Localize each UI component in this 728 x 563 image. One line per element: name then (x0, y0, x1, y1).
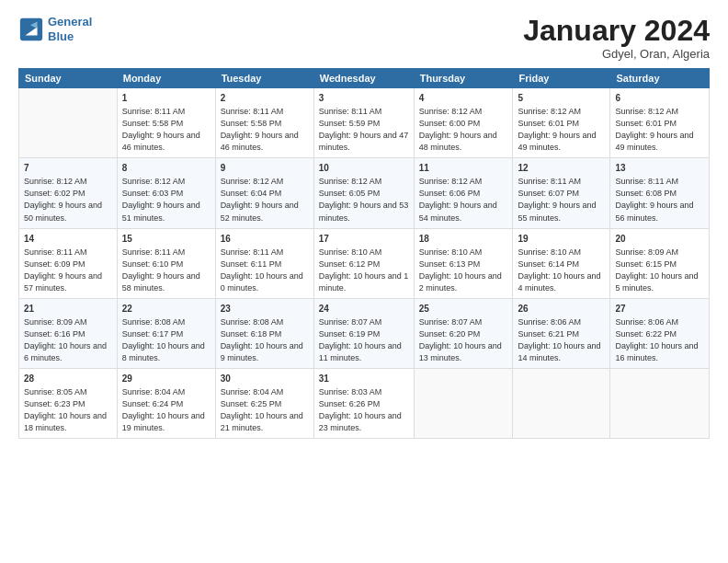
day-number: 3 (319, 92, 409, 105)
day-info: Sunrise: 8:08 AMSunset: 6:18 PMDaylight:… (221, 316, 309, 364)
svg-rect-0 (20, 17, 42, 40)
day-info: Sunrise: 8:12 AMSunset: 6:04 PMDaylight:… (221, 176, 309, 224)
day-number: 1 (122, 92, 210, 105)
day-info: Sunrise: 8:11 AMSunset: 6:07 PMDaylight:… (518, 176, 605, 224)
day-info: Sunrise: 8:12 AMSunset: 6:01 PMDaylight:… (518, 106, 605, 154)
table-row: 29Sunrise: 8:04 AMSunset: 6:24 PMDayligh… (117, 368, 215, 438)
day-number: 25 (419, 303, 508, 316)
calendar-week-row: 7Sunrise: 8:12 AMSunset: 6:02 PMDaylight… (19, 158, 710, 228)
day-number: 12 (518, 162, 605, 175)
day-number: 9 (221, 162, 309, 175)
day-number: 6 (615, 92, 704, 105)
table-row: 27Sunrise: 8:06 AMSunset: 6:22 PMDayligh… (610, 298, 710, 368)
page: General Blue January 2024 Gdyel, Oran, A… (0, 0, 728, 563)
day-number: 21 (24, 303, 112, 316)
header-row: Sunday Monday Tuesday Wednesday Thursday… (19, 69, 710, 88)
calendar-week-row: 14Sunrise: 8:11 AMSunset: 6:09 PMDayligh… (19, 228, 710, 298)
table-row (19, 88, 118, 158)
table-row: 11Sunrise: 8:12 AMSunset: 6:06 PMDayligh… (414, 158, 513, 228)
day-info: Sunrise: 8:11 AMSunset: 6:08 PMDaylight:… (615, 176, 704, 224)
table-row: 30Sunrise: 8:04 AMSunset: 6:25 PMDayligh… (215, 368, 313, 438)
table-row: 6Sunrise: 8:12 AMSunset: 6:01 PMDaylight… (610, 88, 710, 158)
table-row (414, 368, 513, 438)
table-row: 7Sunrise: 8:12 AMSunset: 6:02 PMDaylight… (19, 158, 118, 228)
table-row: 18Sunrise: 8:10 AMSunset: 6:13 PMDayligh… (414, 228, 513, 298)
day-info: Sunrise: 8:11 AMSunset: 5:58 PMDaylight:… (221, 106, 309, 154)
table-row: 28Sunrise: 8:05 AMSunset: 6:23 PMDayligh… (19, 368, 118, 438)
day-number: 24 (319, 303, 409, 316)
day-info: Sunrise: 8:11 AMSunset: 6:11 PMDaylight:… (221, 247, 309, 294)
table-row: 19Sunrise: 8:10 AMSunset: 6:14 PMDayligh… (513, 228, 610, 298)
table-row: 14Sunrise: 8:11 AMSunset: 6:09 PMDayligh… (19, 228, 118, 298)
day-info: Sunrise: 8:12 AMSunset: 6:03 PMDaylight:… (122, 176, 210, 224)
day-info: Sunrise: 8:10 AMSunset: 6:14 PMDaylight:… (518, 247, 605, 294)
day-number: 18 (419, 233, 508, 246)
day-info: Sunrise: 8:12 AMSunset: 6:02 PMDaylight:… (24, 176, 112, 224)
month-title: January 2024 (523, 15, 710, 47)
col-wednesday: Wednesday (313, 69, 414, 88)
day-info: Sunrise: 8:04 AMSunset: 6:25 PMDaylight:… (221, 386, 309, 434)
day-number: 20 (615, 233, 704, 246)
table-row: 23Sunrise: 8:08 AMSunset: 6:18 PMDayligh… (215, 298, 313, 368)
day-info: Sunrise: 8:12 AMSunset: 6:00 PMDaylight:… (419, 106, 508, 154)
day-info: Sunrise: 8:04 AMSunset: 6:24 PMDaylight:… (122, 386, 210, 434)
day-number: 22 (122, 303, 210, 316)
table-row: 25Sunrise: 8:07 AMSunset: 6:20 PMDayligh… (414, 298, 513, 368)
day-number: 14 (24, 233, 112, 246)
table-row: 16Sunrise: 8:11 AMSunset: 6:11 PMDayligh… (215, 228, 313, 298)
table-row: 26Sunrise: 8:06 AMSunset: 6:21 PMDayligh… (513, 298, 610, 368)
day-info: Sunrise: 8:05 AMSunset: 6:23 PMDaylight:… (24, 386, 112, 434)
logo-icon (18, 17, 44, 42)
title-area: January 2024 Gdyel, Oran, Algeria (523, 15, 710, 61)
day-info: Sunrise: 8:07 AMSunset: 6:20 PMDaylight:… (419, 316, 508, 364)
day-info: Sunrise: 8:12 AMSunset: 6:06 PMDaylight:… (419, 176, 508, 224)
day-info: Sunrise: 8:11 AMSunset: 5:58 PMDaylight:… (122, 106, 210, 154)
table-row: 2Sunrise: 8:11 AMSunset: 5:58 PMDaylight… (215, 88, 313, 158)
col-monday: Monday (117, 69, 215, 88)
table-row: 24Sunrise: 8:07 AMSunset: 6:19 PMDayligh… (313, 298, 414, 368)
day-number: 2 (221, 92, 309, 105)
calendar-week-row: 28Sunrise: 8:05 AMSunset: 6:23 PMDayligh… (19, 368, 710, 438)
table-row: 12Sunrise: 8:11 AMSunset: 6:07 PMDayligh… (513, 158, 610, 228)
day-number: 10 (319, 162, 409, 175)
table-row: 1Sunrise: 8:11 AMSunset: 5:58 PMDaylight… (117, 88, 215, 158)
day-number: 23 (221, 303, 309, 316)
table-row: 20Sunrise: 8:09 AMSunset: 6:15 PMDayligh… (610, 228, 710, 298)
table-row: 10Sunrise: 8:12 AMSunset: 6:05 PMDayligh… (313, 158, 414, 228)
table-row: 8Sunrise: 8:12 AMSunset: 6:03 PMDaylight… (117, 158, 215, 228)
day-info: Sunrise: 8:06 AMSunset: 6:21 PMDaylight:… (518, 316, 605, 364)
col-thursday: Thursday (414, 69, 513, 88)
day-info: Sunrise: 8:09 AMSunset: 6:15 PMDaylight:… (615, 247, 704, 294)
day-info: Sunrise: 8:10 AMSunset: 6:13 PMDaylight:… (419, 247, 508, 294)
col-friday: Friday (513, 69, 610, 88)
day-number: 8 (122, 162, 210, 175)
day-info: Sunrise: 8:09 AMSunset: 6:16 PMDaylight:… (24, 316, 112, 364)
table-row (610, 368, 710, 438)
logo-text: General Blue (48, 15, 92, 43)
table-row: 9Sunrise: 8:12 AMSunset: 6:04 PMDaylight… (215, 158, 313, 228)
day-info: Sunrise: 8:06 AMSunset: 6:22 PMDaylight:… (615, 316, 704, 364)
day-number: 19 (518, 233, 605, 246)
day-info: Sunrise: 8:11 AMSunset: 6:10 PMDaylight:… (122, 247, 210, 294)
table-row: 5Sunrise: 8:12 AMSunset: 6:01 PMDaylight… (513, 88, 610, 158)
day-info: Sunrise: 8:12 AMSunset: 6:01 PMDaylight:… (615, 106, 704, 154)
table-row: 13Sunrise: 8:11 AMSunset: 6:08 PMDayligh… (610, 158, 710, 228)
day-number: 7 (24, 162, 112, 175)
day-number: 11 (419, 162, 508, 175)
col-tuesday: Tuesday (215, 69, 313, 88)
table-row: 4Sunrise: 8:12 AMSunset: 6:00 PMDaylight… (414, 88, 513, 158)
table-row: 31Sunrise: 8:03 AMSunset: 6:26 PMDayligh… (313, 368, 414, 438)
day-number: 31 (319, 373, 409, 385)
day-info: Sunrise: 8:08 AMSunset: 6:17 PMDaylight:… (122, 316, 210, 364)
logo-line1: General (48, 15, 92, 29)
day-info: Sunrise: 8:12 AMSunset: 6:05 PMDaylight:… (319, 176, 409, 224)
calendar-week-row: 1Sunrise: 8:11 AMSunset: 5:58 PMDaylight… (19, 88, 710, 158)
day-info: Sunrise: 8:11 AMSunset: 5:59 PMDaylight:… (319, 106, 409, 154)
logo: General Blue (18, 15, 92, 43)
day-number: 28 (24, 373, 112, 385)
table-row: 3Sunrise: 8:11 AMSunset: 5:59 PMDaylight… (313, 88, 414, 158)
calendar-table: Sunday Monday Tuesday Wednesday Thursday… (18, 68, 710, 439)
day-number: 17 (319, 233, 409, 246)
location: Gdyel, Oran, Algeria (523, 47, 710, 61)
table-row: 21Sunrise: 8:09 AMSunset: 6:16 PMDayligh… (19, 298, 118, 368)
